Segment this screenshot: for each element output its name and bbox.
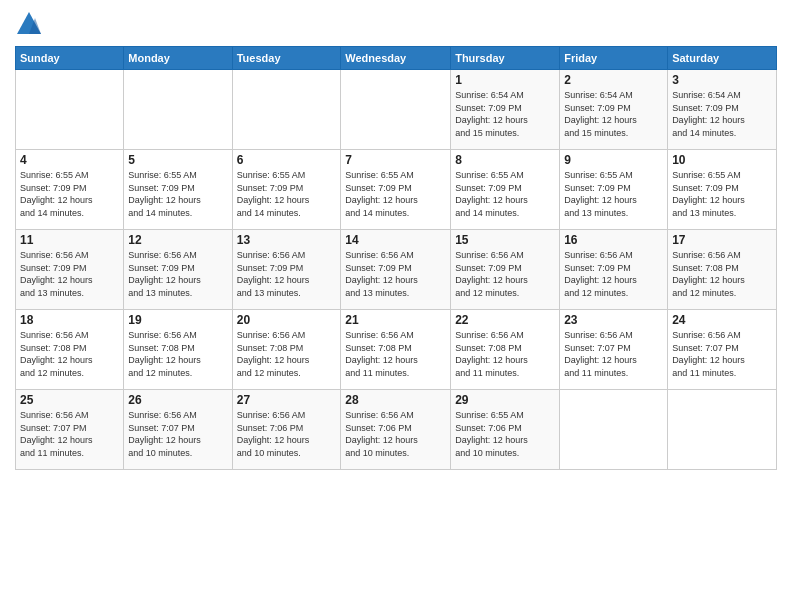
day-info: Sunrise: 6:55 AM Sunset: 7:09 PM Dayligh… — [128, 169, 227, 219]
day-info: Sunrise: 6:56 AM Sunset: 7:08 PM Dayligh… — [128, 329, 227, 379]
calendar-cell: 27Sunrise: 6:56 AM Sunset: 7:06 PM Dayli… — [232, 390, 341, 470]
day-info: Sunrise: 6:56 AM Sunset: 7:09 PM Dayligh… — [237, 249, 337, 299]
day-info: Sunrise: 6:56 AM Sunset: 7:08 PM Dayligh… — [672, 249, 772, 299]
calendar-cell: 7Sunrise: 6:55 AM Sunset: 7:09 PM Daylig… — [341, 150, 451, 230]
day-info: Sunrise: 6:54 AM Sunset: 7:09 PM Dayligh… — [564, 89, 663, 139]
day-info: Sunrise: 6:54 AM Sunset: 7:09 PM Dayligh… — [455, 89, 555, 139]
calendar-cell: 18Sunrise: 6:56 AM Sunset: 7:08 PM Dayli… — [16, 310, 124, 390]
day-number: 25 — [20, 393, 119, 407]
day-number: 17 — [672, 233, 772, 247]
calendar-cell: 12Sunrise: 6:56 AM Sunset: 7:09 PM Dayli… — [124, 230, 232, 310]
calendar-cell: 4Sunrise: 6:55 AM Sunset: 7:09 PM Daylig… — [16, 150, 124, 230]
day-number: 5 — [128, 153, 227, 167]
day-number: 11 — [20, 233, 119, 247]
day-info: Sunrise: 6:55 AM Sunset: 7:09 PM Dayligh… — [237, 169, 337, 219]
day-info: Sunrise: 6:56 AM Sunset: 7:08 PM Dayligh… — [237, 329, 337, 379]
day-info: Sunrise: 6:56 AM Sunset: 7:09 PM Dayligh… — [20, 249, 119, 299]
logo-icon — [15, 10, 43, 38]
calendar-cell: 22Sunrise: 6:56 AM Sunset: 7:08 PM Dayli… — [451, 310, 560, 390]
day-number: 9 — [564, 153, 663, 167]
day-info: Sunrise: 6:55 AM Sunset: 7:09 PM Dayligh… — [345, 169, 446, 219]
calendar-header: SundayMondayTuesdayWednesdayThursdayFrid… — [16, 47, 777, 70]
day-info: Sunrise: 6:56 AM Sunset: 7:07 PM Dayligh… — [564, 329, 663, 379]
day-info: Sunrise: 6:56 AM Sunset: 7:07 PM Dayligh… — [20, 409, 119, 459]
day-number: 20 — [237, 313, 337, 327]
calendar-cell — [341, 70, 451, 150]
day-info: Sunrise: 6:55 AM Sunset: 7:09 PM Dayligh… — [672, 169, 772, 219]
calendar-cell: 8Sunrise: 6:55 AM Sunset: 7:09 PM Daylig… — [451, 150, 560, 230]
day-number: 15 — [455, 233, 555, 247]
day-info: Sunrise: 6:56 AM Sunset: 7:09 PM Dayligh… — [128, 249, 227, 299]
calendar-cell: 3Sunrise: 6:54 AM Sunset: 7:09 PM Daylig… — [668, 70, 777, 150]
day-number: 14 — [345, 233, 446, 247]
day-info: Sunrise: 6:54 AM Sunset: 7:09 PM Dayligh… — [672, 89, 772, 139]
day-info: Sunrise: 6:55 AM Sunset: 7:06 PM Dayligh… — [455, 409, 555, 459]
calendar-cell: 23Sunrise: 6:56 AM Sunset: 7:07 PM Dayli… — [560, 310, 668, 390]
header-day-saturday: Saturday — [668, 47, 777, 70]
day-number: 21 — [345, 313, 446, 327]
calendar-cell: 13Sunrise: 6:56 AM Sunset: 7:09 PM Dayli… — [232, 230, 341, 310]
day-number: 2 — [564, 73, 663, 87]
day-info: Sunrise: 6:55 AM Sunset: 7:09 PM Dayligh… — [20, 169, 119, 219]
day-number: 8 — [455, 153, 555, 167]
day-number: 29 — [455, 393, 555, 407]
calendar-body: 1Sunrise: 6:54 AM Sunset: 7:09 PM Daylig… — [16, 70, 777, 470]
day-number: 3 — [672, 73, 772, 87]
page: SundayMondayTuesdayWednesdayThursdayFrid… — [0, 0, 792, 612]
day-number: 23 — [564, 313, 663, 327]
calendar-cell: 26Sunrise: 6:56 AM Sunset: 7:07 PM Dayli… — [124, 390, 232, 470]
calendar-cell: 9Sunrise: 6:55 AM Sunset: 7:09 PM Daylig… — [560, 150, 668, 230]
calendar-cell — [560, 390, 668, 470]
calendar-cell: 17Sunrise: 6:56 AM Sunset: 7:08 PM Dayli… — [668, 230, 777, 310]
week-row-5: 25Sunrise: 6:56 AM Sunset: 7:07 PM Dayli… — [16, 390, 777, 470]
logo — [15, 10, 47, 38]
day-info: Sunrise: 6:56 AM Sunset: 7:08 PM Dayligh… — [20, 329, 119, 379]
day-number: 18 — [20, 313, 119, 327]
calendar-cell: 24Sunrise: 6:56 AM Sunset: 7:07 PM Dayli… — [668, 310, 777, 390]
calendar-cell: 14Sunrise: 6:56 AM Sunset: 7:09 PM Dayli… — [341, 230, 451, 310]
header-day-sunday: Sunday — [16, 47, 124, 70]
day-number: 7 — [345, 153, 446, 167]
day-info: Sunrise: 6:56 AM Sunset: 7:09 PM Dayligh… — [455, 249, 555, 299]
week-row-3: 11Sunrise: 6:56 AM Sunset: 7:09 PM Dayli… — [16, 230, 777, 310]
header-day-tuesday: Tuesday — [232, 47, 341, 70]
calendar-cell: 25Sunrise: 6:56 AM Sunset: 7:07 PM Dayli… — [16, 390, 124, 470]
day-info: Sunrise: 6:56 AM Sunset: 7:06 PM Dayligh… — [237, 409, 337, 459]
calendar-cell: 1Sunrise: 6:54 AM Sunset: 7:09 PM Daylig… — [451, 70, 560, 150]
day-info: Sunrise: 6:56 AM Sunset: 7:09 PM Dayligh… — [564, 249, 663, 299]
calendar-table: SundayMondayTuesdayWednesdayThursdayFrid… — [15, 46, 777, 470]
week-row-4: 18Sunrise: 6:56 AM Sunset: 7:08 PM Dayli… — [16, 310, 777, 390]
calendar-cell — [16, 70, 124, 150]
day-info: Sunrise: 6:56 AM Sunset: 7:09 PM Dayligh… — [345, 249, 446, 299]
day-number: 10 — [672, 153, 772, 167]
day-number: 19 — [128, 313, 227, 327]
day-number: 6 — [237, 153, 337, 167]
calendar-cell: 29Sunrise: 6:55 AM Sunset: 7:06 PM Dayli… — [451, 390, 560, 470]
day-info: Sunrise: 6:55 AM Sunset: 7:09 PM Dayligh… — [564, 169, 663, 219]
day-number: 12 — [128, 233, 227, 247]
day-info: Sunrise: 6:56 AM Sunset: 7:07 PM Dayligh… — [128, 409, 227, 459]
header-day-thursday: Thursday — [451, 47, 560, 70]
calendar-cell: 5Sunrise: 6:55 AM Sunset: 7:09 PM Daylig… — [124, 150, 232, 230]
day-number: 22 — [455, 313, 555, 327]
day-number: 1 — [455, 73, 555, 87]
header-day-monday: Monday — [124, 47, 232, 70]
day-number: 26 — [128, 393, 227, 407]
day-number: 16 — [564, 233, 663, 247]
week-row-1: 1Sunrise: 6:54 AM Sunset: 7:09 PM Daylig… — [16, 70, 777, 150]
calendar-cell — [668, 390, 777, 470]
day-info: Sunrise: 6:55 AM Sunset: 7:09 PM Dayligh… — [455, 169, 555, 219]
day-number: 24 — [672, 313, 772, 327]
calendar-cell: 10Sunrise: 6:55 AM Sunset: 7:09 PM Dayli… — [668, 150, 777, 230]
calendar-cell: 19Sunrise: 6:56 AM Sunset: 7:08 PM Dayli… — [124, 310, 232, 390]
header-day-wednesday: Wednesday — [341, 47, 451, 70]
day-info: Sunrise: 6:56 AM Sunset: 7:06 PM Dayligh… — [345, 409, 446, 459]
calendar-cell: 16Sunrise: 6:56 AM Sunset: 7:09 PM Dayli… — [560, 230, 668, 310]
day-number: 28 — [345, 393, 446, 407]
calendar-cell: 20Sunrise: 6:56 AM Sunset: 7:08 PM Dayli… — [232, 310, 341, 390]
calendar-cell: 2Sunrise: 6:54 AM Sunset: 7:09 PM Daylig… — [560, 70, 668, 150]
day-number: 4 — [20, 153, 119, 167]
day-info: Sunrise: 6:56 AM Sunset: 7:08 PM Dayligh… — [455, 329, 555, 379]
calendar-cell: 28Sunrise: 6:56 AM Sunset: 7:06 PM Dayli… — [341, 390, 451, 470]
day-number: 13 — [237, 233, 337, 247]
